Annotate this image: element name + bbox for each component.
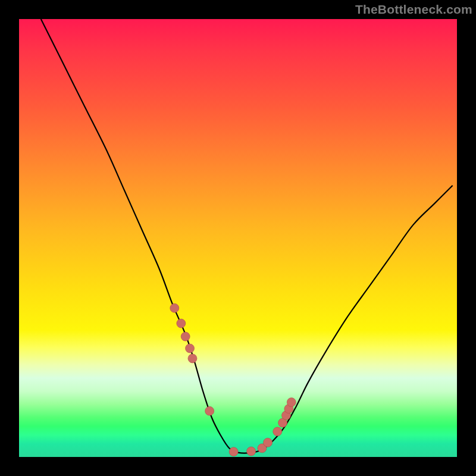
- marker-point: [247, 447, 256, 456]
- bottleneck-curve: [41, 19, 453, 453]
- marker-point: [205, 406, 214, 415]
- marker-point: [170, 303, 179, 312]
- marker-point: [273, 427, 282, 436]
- marker-point: [177, 319, 186, 328]
- marker-point: [287, 398, 296, 407]
- watermark-text: TheBottleneck.com: [355, 2, 472, 17]
- marker-group: [170, 303, 296, 456]
- marker-point: [264, 438, 273, 447]
- plot-area: [19, 19, 457, 457]
- chart-svg: [19, 19, 457, 457]
- marker-point: [188, 354, 197, 363]
- marker-point: [181, 332, 190, 341]
- chart-canvas: TheBottleneck.com: [0, 0, 476, 476]
- marker-point: [229, 447, 238, 456]
- marker-point: [186, 344, 195, 353]
